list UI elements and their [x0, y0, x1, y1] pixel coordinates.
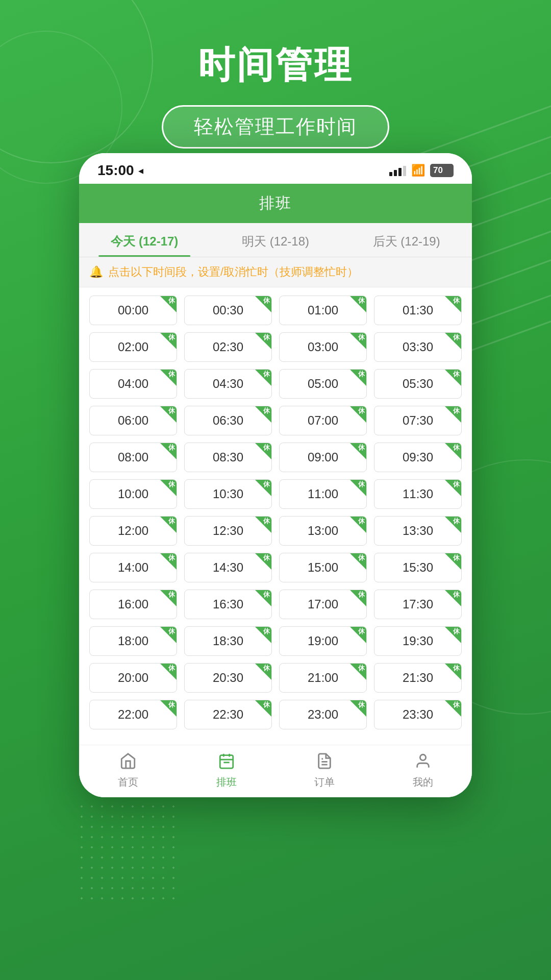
signal-icon: [389, 165, 406, 176]
time-slot-2330[interactable]: 23:30休: [374, 700, 462, 729]
time-slot-0130[interactable]: 01:30休: [374, 296, 462, 325]
time-slot-2100[interactable]: 21:00休: [279, 663, 367, 693]
time-row: 06:00休 06:30休 07:00休 07:30休: [89, 406, 462, 435]
time-slot-0900[interactable]: 09:00休: [279, 443, 367, 472]
time-slot-2030[interactable]: 20:30休: [184, 663, 272, 693]
wifi-icon: 📶: [411, 164, 425, 177]
time-slot-0630[interactable]: 06:30休: [184, 406, 272, 435]
order-icon: [316, 752, 333, 772]
time-slot-2000[interactable]: 20:00休: [89, 663, 177, 693]
time-slot-0930[interactable]: 09:30休: [374, 443, 462, 472]
nav-item-schedule[interactable]: 排班: [178, 752, 276, 789]
time-slot-0700[interactable]: 07:00休: [279, 406, 367, 435]
tab-today[interactable]: 今天 (12-17): [79, 223, 210, 257]
time-row: 04:00休 04:30休 05:00休 05:30休: [89, 369, 462, 399]
time-row: 14:00休 14:30休 15:00休 15:30休: [89, 553, 462, 582]
time-slot-2300[interactable]: 23:00休: [279, 700, 367, 729]
phone-mockup: 15:00 ◂ 📶 70 排班 今天 (12-17) 明天 (12-18): [79, 153, 472, 797]
time-slot-1630[interactable]: 16:30休: [184, 590, 272, 619]
nav-item-home[interactable]: 首页: [79, 752, 178, 789]
time-row: 02:00休 02:30休 03:00休 03:30休: [89, 332, 462, 362]
time-row: 20:00休 20:30休 21:00休 21:30休: [89, 663, 462, 693]
time-slot-0230[interactable]: 02:30休: [184, 332, 272, 362]
time-slot-0400[interactable]: 04:00休: [89, 369, 177, 399]
tabs-container: 今天 (12-17) 明天 (12-18) 后天 (12-19): [79, 223, 472, 257]
app-header: 排班: [79, 184, 472, 223]
time-slot-1500[interactable]: 15:00休: [279, 553, 367, 582]
time-row: 18:00休 18:30休 19:00休 19:30休: [89, 626, 462, 656]
nav-item-orders[interactable]: 订单: [276, 752, 374, 789]
time-row: 16:00休 16:30休 17:00休 17:30休: [89, 590, 462, 619]
nav-label-profile: 我的: [413, 775, 433, 789]
time-slot-1230[interactable]: 12:30休: [184, 516, 272, 546]
time-slot-1530[interactable]: 15:30休: [374, 553, 462, 582]
time-slot-1330[interactable]: 13:30休: [374, 516, 462, 546]
time-slot-1900[interactable]: 19:00休: [279, 626, 367, 656]
time-slot-0730[interactable]: 07:30休: [374, 406, 462, 435]
nav-label-home: 首页: [118, 775, 138, 789]
time-slot-1000[interactable]: 10:00休: [89, 479, 177, 509]
time-slot-1930[interactable]: 19:30休: [374, 626, 462, 656]
time-slot-1130[interactable]: 11:30休: [374, 479, 462, 509]
status-bar: 15:00 ◂ 📶 70: [79, 153, 472, 184]
time-slot-0000[interactable]: 00:00休: [89, 296, 177, 325]
nav-label-schedule: 排班: [216, 775, 237, 789]
profile-icon: [414, 752, 432, 772]
time-slot-2230[interactable]: 22:30休: [184, 700, 272, 729]
time-slot-0530[interactable]: 05:30休: [374, 369, 462, 399]
time-slot-1200[interactable]: 12:00休: [89, 516, 177, 546]
page-subtitle-container: 轻松管理工作时间: [162, 105, 389, 149]
svg-point-7: [420, 754, 425, 760]
time-slot-0030[interactable]: 00:30休: [184, 296, 272, 325]
tab-day-after[interactable]: 后天 (12-19): [341, 223, 472, 257]
time-row: 12:00休 12:30休 13:00休 13:30休: [89, 516, 462, 546]
time-slot-1600[interactable]: 16:00休: [89, 590, 177, 619]
nav-item-profile[interactable]: 我的: [374, 752, 472, 789]
app-title: 排班: [259, 194, 292, 211]
page-subtitle: 轻松管理工作时间: [194, 116, 357, 137]
time-slot-2130[interactable]: 21:30休: [374, 663, 462, 693]
location-icon: ◂: [138, 164, 143, 177]
time-slot-0500[interactable]: 05:00休: [279, 369, 367, 399]
time-slot-1700[interactable]: 17:00休: [279, 590, 367, 619]
time-slot-0600[interactable]: 06:00休: [89, 406, 177, 435]
time-slot-0800[interactable]: 08:00休: [89, 443, 177, 472]
time-row: 10:00休 10:30休 11:00休 11:30休: [89, 479, 462, 509]
calendar-icon: [218, 752, 235, 772]
home-icon: [119, 752, 137, 772]
battery-icon: 70: [430, 164, 454, 177]
time-slot-0330[interactable]: 03:30休: [374, 332, 462, 362]
time-slot-1830[interactable]: 18:30休: [184, 626, 272, 656]
tab-tomorrow[interactable]: 明天 (12-18): [210, 223, 341, 257]
notice-bar: 🔔 点击以下时间段，设置/取消忙时（技师调整忙时）: [79, 257, 472, 287]
time-slot-1730[interactable]: 17:30休: [374, 590, 462, 619]
time-slot-0100[interactable]: 01:00休: [279, 296, 367, 325]
time-slot-1800[interactable]: 18:00休: [89, 626, 177, 656]
time-slots-grid: 00:00休 00:30休 01:00休 01:30休 02:00休 02:30…: [79, 287, 472, 745]
time-slot-0200[interactable]: 02:00休: [89, 332, 177, 362]
status-icons: 📶 70: [389, 164, 454, 177]
time-slot-1430[interactable]: 14:30休: [184, 553, 272, 582]
time-slot-1300[interactable]: 13:00休: [279, 516, 367, 546]
bg-decoration-dots: [77, 801, 179, 903]
notice-text: 点击以下时间段，设置/取消忙时（技师调整忙时）: [108, 264, 358, 280]
time-row: 22:00休 22:30休 23:00休 23:30休: [89, 700, 462, 729]
time-row: 00:00休 00:30休 01:00休 01:30休: [89, 296, 462, 325]
time-slot-1030[interactable]: 10:30休: [184, 479, 272, 509]
time-slot-1100[interactable]: 11:00休: [279, 479, 367, 509]
time-slot-2200[interactable]: 22:00休: [89, 700, 177, 729]
time-slot-1400[interactable]: 14:00休: [89, 553, 177, 582]
svg-rect-0: [220, 755, 233, 769]
time-slot-0300[interactable]: 03:00休: [279, 332, 367, 362]
nav-label-orders: 订单: [314, 775, 335, 789]
time-row: 08:00休 08:30休 09:00休 09:30休: [89, 443, 462, 472]
bottom-nav: 首页 排班: [79, 745, 472, 797]
status-time: 15:00: [97, 162, 134, 179]
notice-icon: 🔔: [89, 265, 103, 279]
time-slot-0430[interactable]: 04:30休: [184, 369, 272, 399]
time-slot-0830[interactable]: 08:30休: [184, 443, 272, 472]
